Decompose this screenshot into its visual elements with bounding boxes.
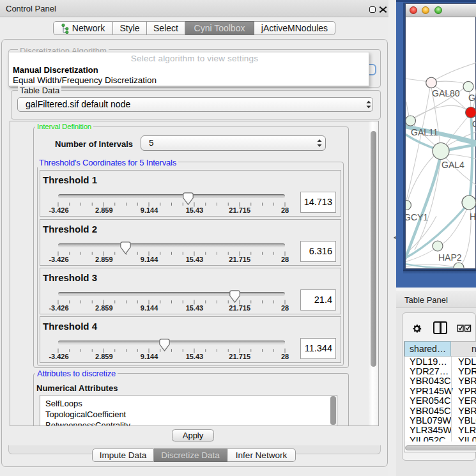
svg-text:GCY1: GCY1 [406, 212, 428, 222]
svg-text:GAL11: GAL11 [411, 127, 438, 137]
svg-text:H: H [470, 211, 476, 222]
svg-text:GAL80: GAL80 [432, 88, 460, 98]
svg-text:HAP2: HAP2 [438, 252, 462, 263]
svg-text:C: C [472, 119, 476, 129]
svg-text:GA: GA [468, 93, 476, 103]
svg-text:GAL4: GAL4 [441, 160, 464, 170]
